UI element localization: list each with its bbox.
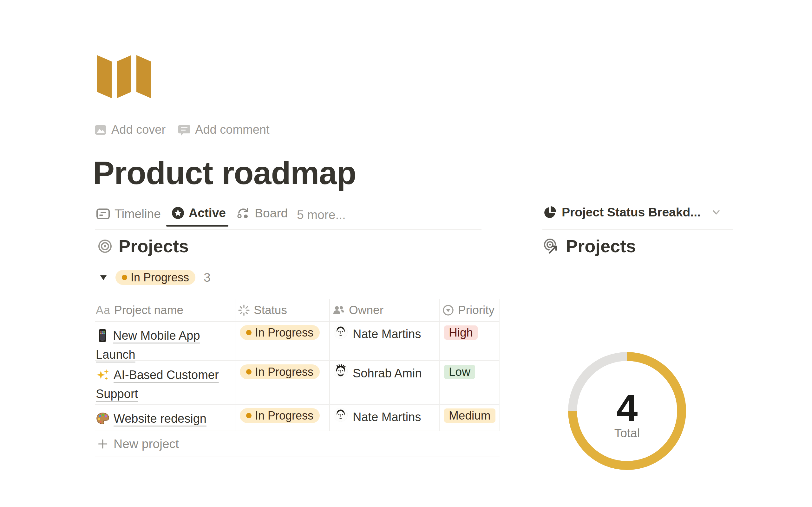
tab-timeline[interactable]: Timeline [96, 207, 161, 221]
projects-heading-label: Projects [119, 236, 189, 257]
project-name-cell[interactable]: Website redesign [95, 405, 235, 431]
status-tag[interactable]: In Progress [240, 408, 320, 423]
status-dot-icon [246, 330, 252, 335]
tab-board[interactable]: Board [236, 206, 288, 221]
image-icon [94, 123, 107, 136]
comment-icon [177, 123, 191, 136]
group-toggle-triangle[interactable] [100, 274, 107, 281]
column-header-priority[interactable]: Priority [440, 299, 500, 322]
projects-table: Aa Project name Status Owner [95, 299, 500, 457]
palette-icon [96, 412, 110, 426]
status-cell: In Progress [235, 405, 330, 431]
add-cover-button[interactable]: Add cover [94, 123, 165, 136]
page-actions: Add cover Add comment [94, 123, 270, 136]
add-cover-label: Add cover [111, 123, 165, 136]
mobile-phone-icon [96, 329, 109, 343]
add-comment-button[interactable]: Add comment [177, 123, 269, 136]
status-label: In Progress [255, 326, 313, 339]
view-title: Project Status Breakd... [562, 205, 701, 219]
status-dot-icon [246, 369, 252, 375]
column-label: Owner [349, 303, 384, 317]
owner-cell[interactable]: Nate Martins [330, 322, 440, 361]
owner-name: Nate Martins [353, 408, 421, 424]
avatar [334, 325, 348, 339]
plus-icon [97, 438, 108, 450]
priority-tag[interactable]: Medium [444, 408, 496, 423]
tabs-divider [95, 229, 481, 230]
star-circle-icon [171, 206, 185, 220]
add-comment-label: Add comment [195, 123, 269, 136]
group-header: In Progress 3 [100, 270, 211, 285]
status-label: In Progress [255, 365, 313, 379]
status-dot-icon [246, 413, 252, 418]
map-icon [97, 53, 151, 98]
spinner-icon [238, 304, 250, 316]
priority-tag[interactable]: Low [444, 365, 475, 379]
tab-active[interactable]: Active [171, 206, 226, 220]
tabs-more-button[interactable]: 5 more... [297, 208, 346, 222]
timeline-icon [96, 207, 110, 221]
group-status-tag[interactable]: In Progress [115, 270, 195, 285]
project-link[interactable]: New Mobile App Launch [96, 329, 200, 361]
priority-cell: Medium [440, 405, 500, 431]
column-label: Status [254, 303, 287, 317]
project-link[interactable]: Website redesign [113, 412, 206, 425]
group-count: 3 [204, 271, 211, 285]
tab-label: Board [255, 206, 288, 220]
aa-icon: Aa [96, 303, 110, 317]
column-header-status[interactable]: Status [235, 299, 330, 322]
owner-cell[interactable]: Sohrab Amin [330, 361, 440, 405]
status-tag[interactable]: In Progress [240, 364, 320, 379]
column-label: Project name [114, 303, 183, 317]
status-breakdown-donut-chart[interactable]: 4 Total [568, 352, 687, 470]
page-title[interactable]: Product roadmap [93, 155, 356, 192]
group-status-label: In Progress [131, 271, 189, 284]
column-header-project-name[interactable]: Aa Project name [95, 299, 235, 322]
people-icon [333, 304, 345, 317]
sparkles-icon [96, 368, 110, 382]
tab-label: Active [189, 206, 226, 220]
owner-name: Sohrab Amin [353, 364, 422, 380]
project-name-cell[interactable]: New Mobile App Launch [95, 322, 235, 361]
donut-total-value: 4 [568, 386, 687, 430]
priority-cell: Low [440, 361, 500, 405]
target-arrow-icon [542, 238, 560, 255]
donut-total-label: Total [568, 427, 687, 440]
new-project-label: New project [113, 437, 179, 451]
projects-heading[interactable]: Projects [98, 236, 189, 257]
priority-cell: High [440, 322, 500, 361]
tab-label: Timeline [114, 207, 161, 221]
active-tab-underline [166, 225, 229, 227]
new-project-button[interactable]: New project [95, 431, 500, 457]
priority-tag[interactable]: High [444, 326, 478, 340]
status-tag[interactable]: In Progress [240, 325, 320, 340]
target-icon [98, 239, 112, 253]
priority-icon [442, 304, 454, 316]
avatar [334, 364, 348, 378]
pie-chart-icon [543, 206, 556, 219]
project-link[interactable]: AI-Based Customer Support [96, 368, 219, 400]
owner-cell[interactable]: Nate Martins [330, 405, 440, 431]
chart-view-selector[interactable]: Project Status Breakd... [543, 205, 722, 219]
status-cell: In Progress [235, 361, 330, 405]
project-name-cell[interactable]: AI-Based Customer Support [95, 361, 235, 405]
page-map-icon[interactable] [97, 53, 151, 98]
right-panel-divider [542, 229, 733, 230]
status-dot-icon [122, 275, 127, 280]
linked-projects-heading-label: Projects [566, 236, 636, 257]
column-label: Priority [458, 303, 495, 317]
chevron-down-icon [711, 207, 722, 218]
status-label: In Progress [255, 409, 313, 422]
owner-name: Nate Martins [353, 325, 421, 341]
status-cell: In Progress [235, 322, 330, 361]
column-header-owner[interactable]: Owner [330, 299, 440, 322]
linked-projects-heading[interactable]: Projects [542, 236, 636, 257]
cycle-icon [236, 206, 251, 221]
avatar [334, 408, 348, 422]
